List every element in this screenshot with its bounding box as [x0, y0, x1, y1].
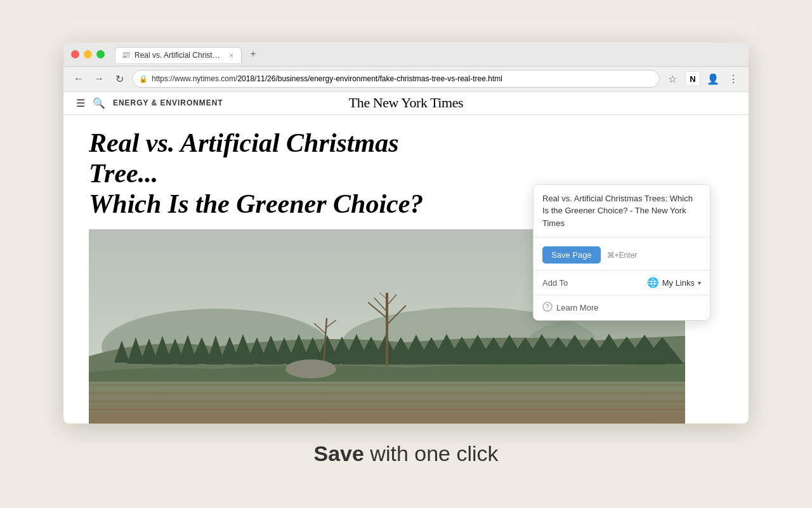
chevron-down-icon: ▾	[698, 279, 701, 286]
address-bar: ← → ↻ 🔒 https://www.nytimes.com/2018/11/…	[63, 67, 749, 92]
search-icon[interactable]: 🔍	[93, 97, 105, 109]
maximize-button[interactable]	[96, 50, 105, 58]
save-popup: Save Page ⌘+Enter Add To 🌐 My Links ▾ ?	[533, 184, 710, 321]
add-to-label: Add To	[542, 278, 568, 288]
browser-window: 📰 Real vs. Artificial Christmas Tre... ×…	[63, 43, 749, 424]
section-label: ENERGY & ENVIRONMENT	[113, 98, 223, 107]
more-options-icon[interactable]: ⋮	[726, 71, 741, 86]
help-icon: ?	[542, 302, 553, 314]
tagline-bold: Save	[313, 441, 363, 465]
profile-icon[interactable]: 👤	[705, 71, 721, 86]
tab-title: Real vs. Artificial Christmas Tre...	[134, 51, 223, 60]
tagline-rest: with one click	[364, 441, 499, 465]
nyt-header: ☰ 🔍 ENERGY & ENVIRONMENT The New York Ti…	[63, 92, 749, 115]
nyt-logo: The New York Times	[349, 95, 463, 111]
window-controls	[71, 50, 105, 58]
svg-rect-5	[89, 375, 685, 423]
notion-extension-icon[interactable]: N	[685, 71, 700, 86]
refresh-button[interactable]: ↻	[112, 71, 127, 86]
url-text: https://www.nytimes.com/2018/11/26/busin…	[152, 74, 653, 83]
my-links-button[interactable]: 🌐 My Links ▾	[647, 277, 701, 288]
svg-text:?: ?	[546, 304, 549, 311]
title-bar: 📰 Real vs. Artificial Christmas Tre... ×…	[63, 43, 749, 67]
back-button[interactable]: ←	[71, 71, 86, 86]
tab-favicon: 📰	[122, 51, 131, 60]
popup-learn-more-row: ? Learn More	[534, 295, 710, 320]
lock-icon: 🔒	[139, 75, 148, 83]
forward-button[interactable]: →	[91, 71, 107, 86]
my-links-emoji: 🌐	[647, 277, 659, 288]
article-title: Real vs. Artificial Christmas Tree...Whi…	[89, 128, 457, 220]
toolbar-icons: ☆ N 👤 ⋮	[665, 71, 741, 86]
my-links-label: My Links	[662, 278, 695, 288]
hamburger-menu-icon[interactable]: ☰	[76, 97, 85, 109]
svg-point-56	[285, 359, 336, 378]
tab-close-icon[interactable]: ×	[230, 51, 233, 59]
bookmark-icon[interactable]: ☆	[665, 71, 680, 86]
new-tab-button[interactable]: +	[244, 45, 262, 63]
tabs-bar: 📰 Real vs. Artificial Christmas Tre... ×…	[115, 45, 741, 63]
shortcut-label: ⌘+Enter	[607, 251, 638, 260]
save-page-button[interactable]: Save Page	[542, 246, 601, 264]
popup-actions: Save Page ⌘+Enter	[534, 240, 710, 271]
popup-title-input[interactable]	[534, 185, 710, 238]
active-tab[interactable]: 📰 Real vs. Artificial Christmas Tre... ×	[115, 47, 242, 63]
close-button[interactable]	[71, 50, 79, 58]
page-content: ☰ 🔍 ENERGY & ENVIRONMENT The New York Ti…	[63, 92, 749, 424]
minimize-button[interactable]	[84, 50, 92, 58]
tagline: Save with one click	[313, 441, 498, 466]
popup-add-to-row: Add To 🌐 My Links ▾	[534, 271, 710, 295]
learn-more-link[interactable]: Learn More	[556, 303, 598, 312]
url-field[interactable]: 🔒 https://www.nytimes.com/2018/11/26/bus…	[132, 70, 660, 88]
